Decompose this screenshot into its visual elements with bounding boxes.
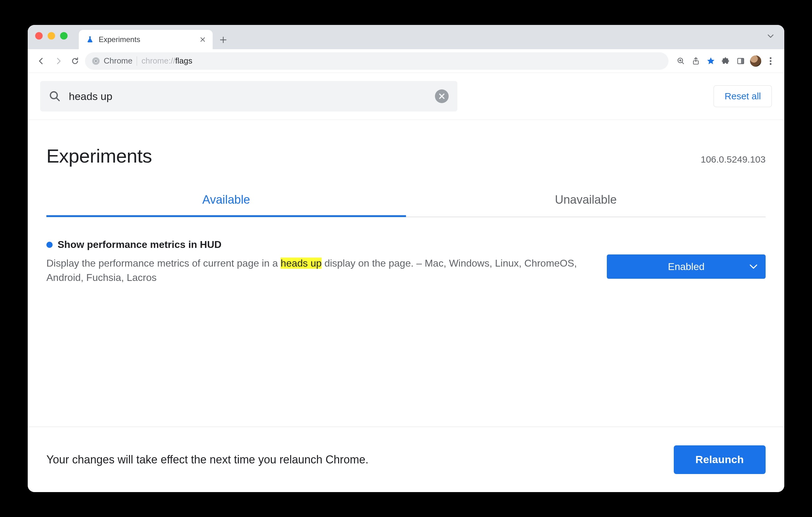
- page-content: Reset all Experiments 106.0.5249.103 Ava…: [28, 73, 784, 492]
- share-icon[interactable]: [689, 54, 703, 68]
- flag-title: Show performance metrics in HUD: [58, 239, 221, 250]
- search-highlight: heads up: [281, 258, 322, 269]
- flags-body: Experiments 106.0.5249.103 Available Una…: [28, 120, 784, 427]
- flag-state-label: Enabled: [616, 261, 756, 272]
- address-bar[interactable]: Chrome chrome://flags: [85, 52, 668, 70]
- browser-window: Experiments: [28, 25, 784, 492]
- flag-description: Display the performance metrics of curre…: [47, 256, 588, 285]
- svg-point-3: [95, 60, 97, 62]
- chrome-logo-icon: [92, 57, 100, 65]
- window-close-button[interactable]: [35, 32, 42, 39]
- avatar-image: [750, 55, 761, 67]
- browser-toolbar: Chrome chrome://flags: [28, 49, 784, 73]
- tab-unavailable[interactable]: Unavailable: [406, 185, 765, 217]
- browser-tab[interactable]: Experiments: [79, 30, 213, 49]
- reset-all-button[interactable]: Reset all: [714, 85, 772, 107]
- search-box[interactable]: [40, 81, 457, 112]
- window-controls: [35, 25, 79, 49]
- chrome-version: 106.0.5249.103: [700, 154, 765, 165]
- tab-list-chevron-icon[interactable]: [764, 25, 777, 49]
- new-tab-button[interactable]: [215, 32, 231, 48]
- profile-avatar[interactable]: [749, 54, 762, 68]
- clear-search-icon[interactable]: [435, 89, 448, 103]
- bookmark-star-icon[interactable]: [704, 54, 718, 68]
- chrome-scheme-label: Chrome: [104, 56, 132, 66]
- omnibox-url: chrome://flags: [141, 56, 192, 66]
- chrome-scheme-chip: Chrome: [92, 56, 132, 66]
- window-minimize-button[interactable]: [48, 32, 55, 39]
- svg-point-10: [770, 63, 772, 65]
- svg-rect-0: [89, 36, 91, 37]
- search-input[interactable]: [69, 90, 427, 103]
- relaunch-bar: Your changes will take effect the next t…: [28, 427, 784, 492]
- back-button[interactable]: [34, 54, 48, 68]
- flask-icon: [86, 35, 94, 44]
- omnibox-divider: [137, 56, 137, 66]
- flag-category-tabs: Available Unavailable: [47, 185, 765, 217]
- tab-close-icon[interactable]: [199, 36, 206, 43]
- relaunch-button[interactable]: Relaunch: [674, 446, 765, 474]
- svg-point-9: [770, 60, 772, 62]
- toolbar-actions: [672, 54, 778, 68]
- search-icon: [49, 90, 61, 102]
- extensions-icon[interactable]: [719, 54, 733, 68]
- tab-strip: Experiments: [28, 25, 784, 49]
- forward-button[interactable]: [51, 54, 65, 68]
- tab-available[interactable]: Available: [47, 185, 406, 217]
- tab-title: Experiments: [99, 35, 195, 44]
- svg-rect-7: [741, 58, 744, 63]
- kebab-menu-icon[interactable]: [764, 54, 778, 68]
- page-title: Experiments: [47, 145, 152, 167]
- flag-entry: Show performance metrics in HUD Display …: [47, 239, 765, 285]
- window-zoom-button[interactable]: [60, 32, 67, 39]
- modified-dot-icon: [47, 242, 53, 248]
- side-panel-icon[interactable]: [734, 54, 748, 68]
- flag-state-select[interactable]: Enabled: [607, 254, 765, 279]
- svg-point-8: [770, 57, 772, 59]
- flags-header: Reset all: [28, 73, 784, 120]
- reload-button[interactable]: [68, 54, 82, 68]
- relaunch-message: Your changes will take effect the next t…: [47, 453, 661, 466]
- chevron-down-icon: [749, 264, 757, 269]
- zoom-icon[interactable]: [674, 54, 688, 68]
